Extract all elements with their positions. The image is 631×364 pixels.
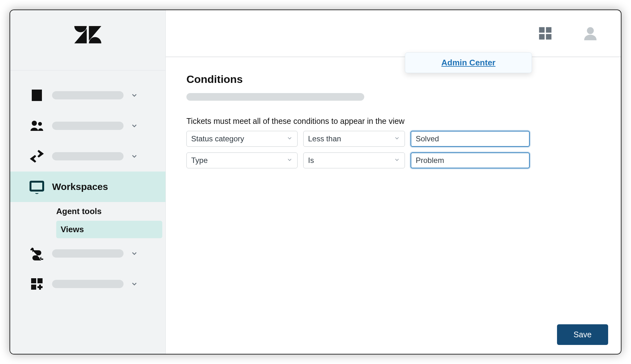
- sidebar-item-placeholder: [52, 91, 124, 99]
- chevron-down-icon: [130, 121, 139, 130]
- svg-point-2: [32, 121, 37, 126]
- sidebar-item-objects[interactable]: [10, 238, 165, 269]
- condition-row: Type Is Problem: [186, 152, 600, 168]
- condition-field-select[interactable]: Status category: [186, 131, 298, 147]
- sidebar: Workspaces Agent tools Views: [10, 10, 166, 354]
- sidebar-item-apps[interactable]: [10, 269, 165, 299]
- route-icon: [29, 246, 49, 261]
- building-icon: [29, 88, 49, 103]
- subnav-item-views[interactable]: Views: [56, 221, 162, 238]
- arrows-horizontal-icon: [29, 149, 49, 164]
- zendesk-logo-icon: [74, 26, 101, 54]
- condition-operator-select[interactable]: Is: [303, 152, 405, 168]
- select-value: Is: [308, 156, 314, 165]
- sidebar-nav: Workspaces Agent tools Views: [10, 71, 165, 299]
- sidebar-item-label: Workspaces: [52, 181, 156, 192]
- svg-rect-8: [31, 285, 36, 290]
- products-grid-icon[interactable]: [537, 25, 554, 42]
- condition-operator-select[interactable]: Less than: [303, 131, 405, 147]
- select-value: Less than: [308, 134, 341, 143]
- content-area: Conditions Tickets must meet all of thes…: [166, 57, 621, 354]
- main-area: Admin Center Conditions Tickets must mee…: [166, 10, 621, 354]
- chevron-down-icon: [130, 249, 139, 258]
- input-value: Problem: [416, 156, 444, 165]
- select-value: Type: [191, 156, 208, 165]
- save-button[interactable]: Save: [557, 324, 608, 345]
- people-icon: [29, 118, 49, 133]
- sidebar-item-account[interactable]: [10, 80, 165, 111]
- condition-row: Status category Less than Solved: [186, 131, 600, 147]
- topbar: [166, 10, 621, 57]
- svg-point-3: [38, 122, 42, 126]
- sidebar-item-placeholder: [52, 249, 124, 258]
- sidebar-item-placeholder: [52, 152, 124, 160]
- input-value: Solved: [416, 134, 439, 143]
- sidebar-item-placeholder: [52, 122, 124, 130]
- conditions-instruction: Tickets must meet all of these condition…: [186, 117, 600, 126]
- chevron-down-icon: [394, 156, 400, 165]
- app-window: Workspaces Agent tools Views: [10, 10, 621, 354]
- sidebar-item-workspaces[interactable]: Workspaces: [10, 172, 165, 202]
- chevron-down-icon: [130, 91, 139, 100]
- user-profile-icon[interactable]: [582, 25, 599, 42]
- svg-rect-9: [539, 27, 545, 33]
- chevron-down-icon: [130, 152, 139, 161]
- condition-value-input[interactable]: Solved: [411, 131, 530, 147]
- footer-actions: Save: [557, 324, 608, 345]
- chevron-down-icon: [286, 156, 293, 165]
- monitor-icon: [29, 179, 49, 194]
- chevron-down-icon: [394, 134, 400, 143]
- sidebar-subnav: Agent tools Views: [10, 202, 165, 238]
- brand-logo-area: [10, 10, 165, 71]
- svg-rect-6: [31, 278, 36, 283]
- subnav-heading-agent-tools[interactable]: Agent tools: [56, 202, 162, 221]
- sidebar-item-channels[interactable]: [10, 141, 165, 172]
- sidebar-item-people[interactable]: [10, 111, 165, 141]
- condition-field-select[interactable]: Type: [186, 152, 298, 168]
- select-value: Status category: [191, 134, 244, 143]
- svg-rect-11: [539, 34, 545, 39]
- svg-point-13: [587, 27, 594, 34]
- svg-rect-4: [30, 182, 43, 191]
- apps-add-icon: [29, 276, 49, 292]
- svg-rect-12: [546, 34, 551, 39]
- chevron-down-icon: [130, 280, 139, 288]
- svg-rect-10: [546, 27, 551, 33]
- sidebar-item-placeholder: [52, 280, 124, 288]
- svg-rect-7: [37, 278, 43, 283]
- condition-value-input[interactable]: Problem: [411, 152, 530, 168]
- chevron-down-icon: [286, 134, 293, 143]
- subtitle-placeholder: [186, 93, 364, 101]
- page-title: Conditions: [186, 73, 600, 85]
